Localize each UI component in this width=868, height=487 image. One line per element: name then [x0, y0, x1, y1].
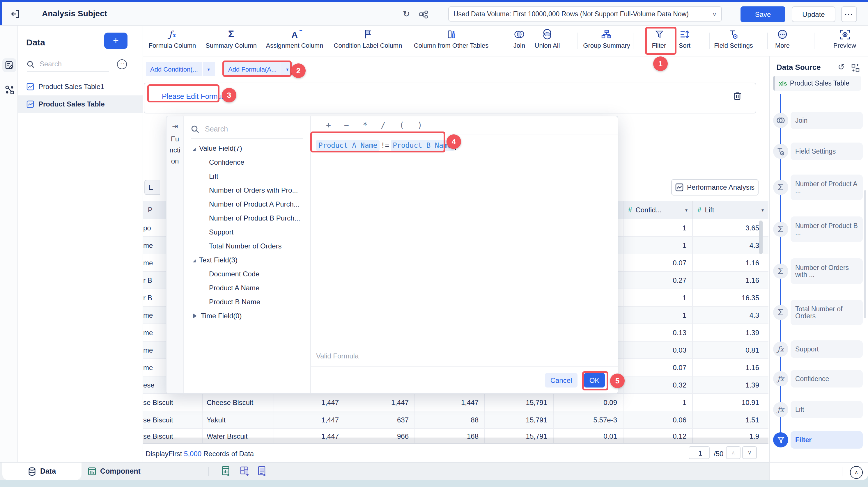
toolbar-preview[interactable]: Preview [810, 28, 868, 49]
add-condition-button[interactable]: Add Condition(... ▾ [146, 62, 215, 76]
numeric-field-icon: # [698, 206, 701, 214]
toolbar-summary-column[interactable]: Σ Summary Column [196, 28, 266, 49]
fx-icon: ƒx [773, 342, 788, 357]
table-list-item-selected[interactable]: Product Sales Table [18, 95, 143, 113]
triangle-expanded-icon [193, 145, 196, 151]
performance-chart-icon [675, 183, 683, 191]
table-row[interactable]: se Biscuit Cheese Biscuit 1,447 1,447 1,… [143, 394, 769, 411]
tree-group-time-field[interactable]: Time Field(0) [183, 309, 310, 323]
toolbar-condition-label-column[interactable]: Condition Label Column [333, 28, 403, 49]
lineage-icon[interactable] [418, 9, 430, 20]
more-icon [777, 28, 788, 41]
operator-close-paren[interactable]: ) [417, 121, 422, 130]
panel-footer: ∧ [770, 462, 868, 481]
tree-group-value-field[interactable]: Value Field(7) [183, 141, 310, 155]
collapse-panel-icon[interactable]: ⇥ [171, 122, 179, 130]
formula-editor-area[interactable]: + − * / ( ) Product A Name!=Product B Na… [310, 117, 618, 366]
operator-minus[interactable]: − [344, 121, 349, 130]
search-icon [27, 60, 34, 68]
update-button[interactable]: Update [792, 6, 835, 22]
sigma-icon: Σ [773, 305, 788, 320]
panel-scrollbar-thumb[interactable] [864, 190, 866, 318]
plus-icon: + [113, 35, 119, 46]
history-icon[interactable]: ↺ [836, 62, 846, 72]
function-tab[interactable]: Function [169, 134, 181, 167]
sigma-icon: Σ [773, 180, 788, 195]
vertical-scrollbar-thumb[interactable] [759, 221, 763, 254]
sigma-icon: Σ [773, 264, 788, 279]
rail-analysis-item[interactable] [2, 58, 16, 72]
table-header-lift[interactable]: # Lift ▾ [692, 201, 769, 219]
field-list-panel: Value Field(7) Confidence Lift Number of… [183, 117, 311, 393]
data-search-row: ··· [27, 58, 127, 70]
fx-icon: ƒx [773, 371, 788, 386]
not-equal-operator: != [381, 141, 389, 150]
source-table-chip[interactable]: xls Product Sales Table [773, 76, 861, 91]
annotation-badge-2: 2 [291, 63, 306, 78]
page-up-button[interactable]: ∧ [726, 446, 741, 459]
delete-condition-button[interactable] [733, 91, 742, 103]
swap-layout-icon[interactable] [850, 62, 861, 73]
ok-button[interactable]: OK [584, 373, 605, 388]
please-edit-formula-link[interactable]: Please Edit Formula [162, 93, 227, 101]
formula-expression[interactable]: Product A Name!=Product B Name [316, 140, 456, 151]
record-count-text: DisplayFirst 5,000 Records of Data [146, 450, 254, 458]
field-search-input[interactable] [204, 125, 293, 134]
add-chart-icon[interactable] [221, 466, 231, 479]
field-token: Product B Name [390, 140, 454, 151]
table-header-confidence[interactable]: # Confid... ▾ [623, 201, 692, 219]
refresh-icon[interactable]: ↻ [401, 8, 412, 20]
annotation-badge-1: 1 [653, 57, 668, 71]
page-down-button[interactable]: ∨ [742, 446, 757, 459]
search-underline [27, 71, 109, 71]
performance-analysis-button[interactable]: Performance Analysis [671, 179, 758, 195]
add-dashboard-icon[interactable] [240, 466, 250, 479]
more-actions-button[interactable]: ··· [841, 6, 857, 22]
cancel-button[interactable]: Cancel [545, 373, 578, 388]
table-list-item[interactable]: Product Sales Table1 [18, 78, 143, 95]
top-header: Analysis Subject ↻ Used Data Volume: Fir… [0, 0, 868, 26]
record-count-number: 5,000 [184, 450, 202, 458]
tab-component[interactable]: Component [88, 462, 141, 480]
data-search-input[interactable] [38, 59, 99, 69]
add-report-icon[interactable] [257, 466, 267, 479]
add-table-button[interactable]: + [104, 33, 127, 49]
field-search-row [191, 125, 302, 134]
operator-multiply[interactable]: * [363, 121, 368, 130]
tab-data[interactable]: Data [2, 462, 82, 480]
horizontal-scrollbar[interactable] [143, 437, 769, 444]
chevron-down-icon: ∨ [747, 450, 751, 456]
operator-divide[interactable]: / [381, 121, 386, 130]
chevron-down-icon: ∨ [712, 11, 717, 17]
function-tab-strip: ⇥ Function [166, 117, 184, 393]
table-doc-icon [26, 100, 34, 108]
collapse-back-button[interactable] [9, 8, 21, 20]
add-formula-button[interactable]: Add Formula(A... ▾ [224, 62, 293, 76]
preview-icon [840, 28, 850, 41]
toolbar-column-from-other-tables[interactable]: Column from Other Tables [416, 28, 486, 49]
tree-group-text-field[interactable]: Text Field(3) [183, 253, 310, 267]
save-button[interactable]: Save [741, 6, 785, 22]
caret-down-icon: ▾ [762, 207, 764, 213]
pipeline-icon [4, 85, 14, 95]
database-icon [28, 467, 36, 476]
partial-button-fragment[interactable]: E [144, 180, 160, 195]
summary-column-icon: Σ [228, 28, 234, 41]
record-footer: DisplayFirst 5,000 Records of Data /50 ∧… [143, 444, 769, 462]
group-summary-icon [601, 28, 612, 41]
toolbar-more[interactable]: More [747, 28, 817, 49]
data-source-panel: Data Source ↺ xls Product Sales Table Jo… [769, 57, 868, 480]
operator-open-paren[interactable]: ( [399, 121, 404, 130]
search-options-icon[interactable]: ··· [117, 59, 127, 69]
operator-plus[interactable]: + [326, 121, 331, 130]
rail-flow-item[interactable] [2, 83, 16, 97]
data-source-title: Data Source [777, 63, 821, 71]
toolbar-assignment-column[interactable]: A= Assignment Column [260, 28, 330, 49]
data-volume-dropdown[interactable]: Used Data Volume: First 10000,000 Rows (… [448, 6, 722, 22]
annotation-badge-5: 5 [610, 374, 625, 388]
table-row[interactable]: se Biscuit Yakult 1,447 637 88 15,791 5.… [143, 411, 769, 429]
collapse-panel-button[interactable]: ∧ [850, 466, 863, 479]
chevron-up-icon: ∧ [731, 450, 735, 456]
page-number-input[interactable] [689, 447, 711, 460]
field-settings-icon [773, 144, 788, 159]
